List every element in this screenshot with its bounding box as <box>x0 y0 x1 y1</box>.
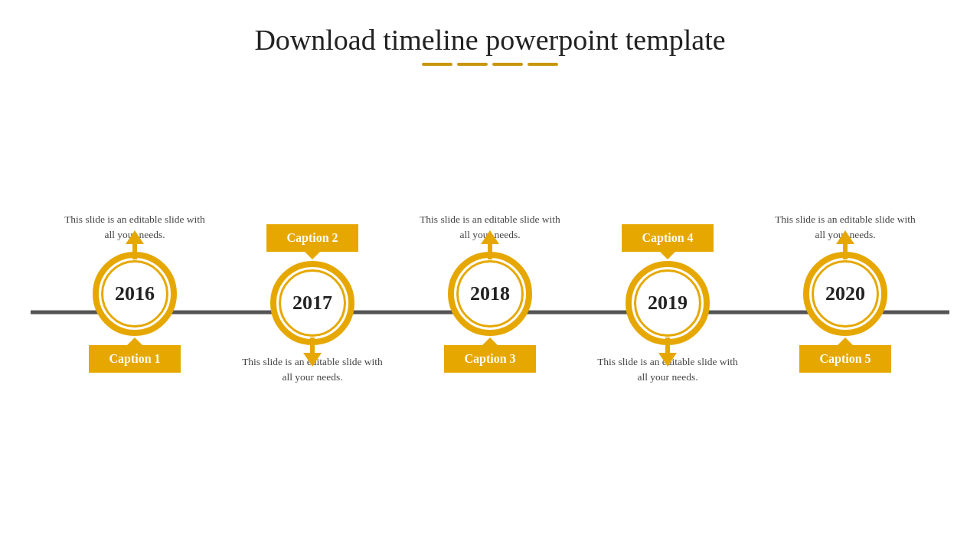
arrow-up-stem-2020 <box>843 244 848 259</box>
circle-2016: 2016 <box>93 252 177 336</box>
timeline-node-2016: This slide is an editable slide with all… <box>58 197 211 428</box>
caption-below-2018: Caption 3 <box>444 345 536 373</box>
arrow-down-stem-2019 <box>665 337 670 353</box>
caption-below-2020: Caption 5 <box>799 345 891 373</box>
circle-2018: 2018 <box>448 252 532 336</box>
circle-inner-2017: 2017 <box>279 269 346 337</box>
circle-inner-2018: 2018 <box>456 260 524 328</box>
underline-dash-2 <box>457 63 488 66</box>
title-underline <box>254 63 725 66</box>
circle-outer-2020: 2020 <box>803 252 887 336</box>
slide: Download timeline powerpoint template Th… <box>0 0 980 551</box>
circle-inner-2019: 2019 <box>634 269 701 337</box>
arrow-up-2018 <box>481 230 499 244</box>
main-title: Download timeline powerpoint template <box>254 23 725 57</box>
year-2019: 2019 <box>648 292 688 315</box>
timeline-node-2017: Caption 2 2017 This slide is an editable… <box>236 224 389 400</box>
arrow-up-stem-2016 <box>132 244 137 259</box>
arrow-down-stem-2017 <box>310 337 315 353</box>
circle-2019: 2019 <box>626 261 710 345</box>
arrow-up-2016 <box>126 230 144 244</box>
circle-outer-2018: 2018 <box>448 252 532 336</box>
caption-below-2016: Caption 1 <box>89 345 181 373</box>
caption-above-2017: Caption 2 <box>266 224 358 252</box>
year-2017: 2017 <box>292 292 332 315</box>
underline-dash-4 <box>528 63 558 66</box>
year-2020: 2020 <box>825 282 865 305</box>
title-section: Download timeline powerpoint template <box>254 23 725 66</box>
underline-dash-3 <box>492 63 523 66</box>
arrow-down-2019 <box>658 353 677 367</box>
arrow-up-2020 <box>836 230 854 244</box>
circle-outer-2016: 2016 <box>93 252 177 336</box>
arrow-up-stem-2018 <box>488 244 492 259</box>
timeline-area: This slide is an editable slide with all… <box>0 73 980 551</box>
timeline-node-2020: This slide is an editable slide with all… <box>769 197 922 428</box>
caption-above-2019: Caption 4 <box>622 224 714 252</box>
circle-inner-2016: 2016 <box>101 260 168 328</box>
circle-2020: 2020 <box>803 252 887 336</box>
year-2016: 2016 <box>115 282 155 305</box>
year-2018: 2018 <box>470 282 510 305</box>
timeline-node-2019: Caption 4 2019 This slide is an editable… <box>591 224 744 400</box>
timeline-nodes: This slide is an editable slide with all… <box>0 197 980 428</box>
circle-2017: 2017 <box>270 261 354 345</box>
arrow-down-2017 <box>303 353 322 367</box>
circle-outer-2017: 2017 <box>270 261 354 345</box>
timeline-node-2018: This slide is an editable slide with all… <box>413 197 567 428</box>
circle-inner-2020: 2020 <box>812 260 879 328</box>
underline-dash-1 <box>422 63 452 66</box>
circle-outer-2019: 2019 <box>626 261 710 345</box>
